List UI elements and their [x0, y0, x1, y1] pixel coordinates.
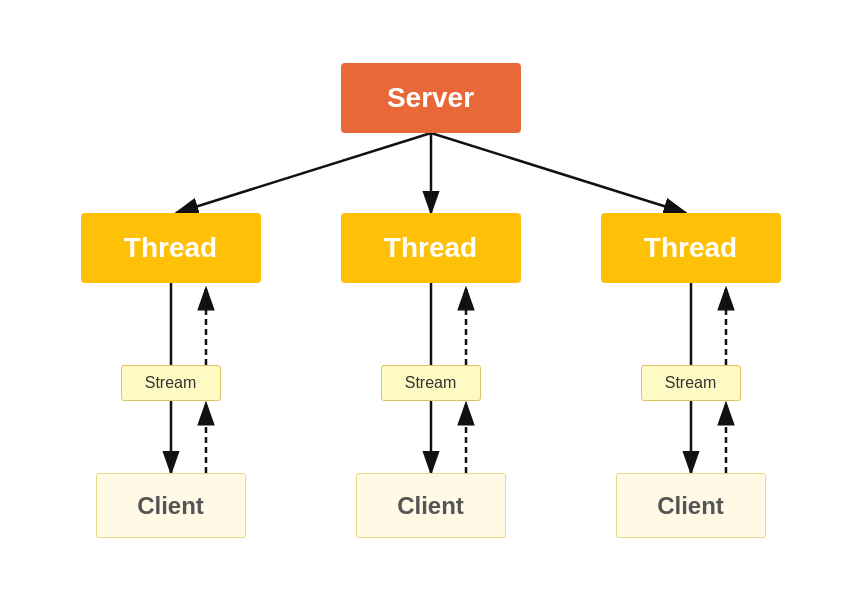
client-label-1: Client	[137, 492, 204, 520]
thread-box-2: Thread	[341, 213, 521, 283]
svg-line-2	[176, 133, 431, 213]
thread-label-2: Thread	[384, 232, 477, 264]
stream-label-2: Stream	[405, 374, 457, 392]
stream-box-1: Stream	[121, 365, 221, 401]
client-label-2: Client	[397, 492, 464, 520]
server-label: Server	[387, 82, 474, 114]
client-box-2: Client	[356, 473, 506, 538]
stream-box-3: Stream	[641, 365, 741, 401]
stream-label-1: Stream	[145, 374, 197, 392]
svg-line-4	[431, 133, 686, 213]
stream-box-2: Stream	[381, 365, 481, 401]
server-box: Server	[341, 63, 521, 133]
client-box-3: Client	[616, 473, 766, 538]
architecture-diagram: Server Thread Thread Thread Stream Strea…	[21, 23, 841, 593]
thread-label-3: Thread	[644, 232, 737, 264]
thread-box-3: Thread	[601, 213, 781, 283]
thread-label-1: Thread	[124, 232, 217, 264]
stream-label-3: Stream	[665, 374, 717, 392]
client-box-1: Client	[96, 473, 246, 538]
thread-box-1: Thread	[81, 213, 261, 283]
client-label-3: Client	[657, 492, 724, 520]
